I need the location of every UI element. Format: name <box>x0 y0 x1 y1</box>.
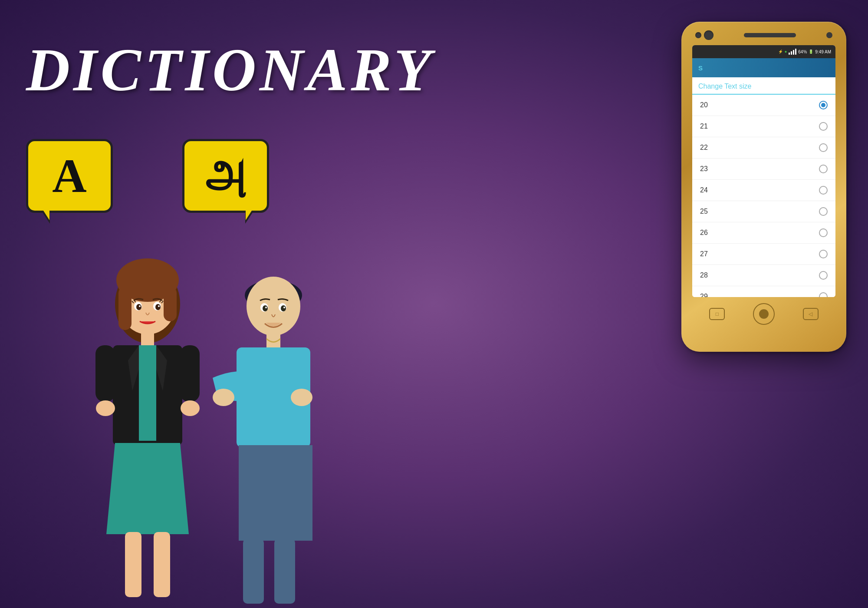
radio-circle-27[interactable] <box>819 250 828 258</box>
phone-screen: ⚡ ● 64% 🔋 9:49 AM S <box>692 45 835 297</box>
radio-list[interactable]: 20212223242526272829 <box>692 95 835 297</box>
svg-point-8 <box>155 304 161 310</box>
svg-point-30 <box>283 307 285 308</box>
radio-label-27: 27 <box>700 250 708 258</box>
svg-point-29 <box>265 307 267 308</box>
dialog-title-bar: Change Text size <box>692 77 835 95</box>
camera-area <box>695 30 713 40</box>
header-letter: S <box>698 64 703 72</box>
svg-rect-35 <box>239 445 312 541</box>
radio-item-21[interactable]: 21 <box>692 116 835 137</box>
radio-circle-26[interactable] <box>819 228 828 237</box>
svg-rect-17 <box>180 345 200 402</box>
radio-item-22[interactable]: 22 <box>692 137 835 159</box>
radio-item-23[interactable]: 23 <box>692 159 835 180</box>
phone-top-bar <box>687 27 841 43</box>
svg-point-19 <box>181 400 200 416</box>
dialog-title: Change Text size <box>698 83 829 90</box>
svg-point-18 <box>96 400 115 416</box>
active-indicator: ● <box>785 50 787 54</box>
radio-label-23: 23 <box>700 165 708 173</box>
back-button[interactable]: ◁ <box>803 308 819 320</box>
radio-circle-20[interactable] <box>819 101 828 109</box>
svg-rect-37 <box>274 539 295 604</box>
home-button[interactable] <box>753 303 775 325</box>
phone-device: ⚡ ● 64% 🔋 9:49 AM S <box>681 22 846 352</box>
app-title: DICTIONARY <box>26 35 434 105</box>
front-camera <box>826 32 832 38</box>
status-bar: ⚡ ● 64% 🔋 9:49 AM <box>692 45 835 58</box>
svg-rect-16 <box>95 345 115 402</box>
back-icon: ◁ <box>809 311 812 317</box>
radio-circle-22[interactable] <box>819 143 828 152</box>
radio-item-20[interactable]: 20 <box>692 95 835 116</box>
radio-circle-24[interactable] <box>819 186 828 195</box>
svg-marker-20 <box>106 443 189 534</box>
radio-label-26: 26 <box>700 229 708 237</box>
svg-point-10 <box>158 305 160 307</box>
radio-circle-21[interactable] <box>819 122 828 131</box>
radio-label-29: 29 <box>700 293 708 297</box>
app-header: S <box>692 58 835 77</box>
signal-strength <box>789 49 796 55</box>
svg-point-33 <box>213 389 234 406</box>
radio-item-26[interactable]: 26 <box>692 222 835 244</box>
svg-rect-36 <box>243 539 264 604</box>
camera-lens <box>704 30 713 40</box>
radio-item-29[interactable]: 29 <box>692 286 835 297</box>
radio-label-20: 20 <box>700 101 708 109</box>
phone-body: ⚡ ● 64% 🔋 9:49 AM S <box>681 22 846 352</box>
battery-icon: 🔋 <box>809 50 813 54</box>
svg-point-7 <box>136 304 141 310</box>
speaker <box>744 33 796 37</box>
radio-circle-29[interactable] <box>819 292 828 297</box>
camera-dot-small <box>695 32 701 38</box>
radio-item-27[interactable]: 27 <box>692 244 835 265</box>
svg-rect-22 <box>154 532 170 597</box>
radio-label-22: 22 <box>700 144 708 152</box>
radio-item-24[interactable]: 24 <box>692 180 835 201</box>
bubble-right-letter: அ <box>206 151 246 202</box>
svg-rect-3 <box>118 287 132 330</box>
radio-circle-28[interactable] <box>819 271 828 280</box>
svg-rect-11 <box>141 330 154 347</box>
recent-icon: □ <box>716 311 719 317</box>
radio-label-21: 21 <box>700 122 708 130</box>
clock: 9:49 AM <box>815 50 831 54</box>
svg-rect-13 <box>139 345 156 441</box>
svg-point-34 <box>291 389 312 406</box>
svg-point-28 <box>281 305 286 311</box>
radio-label-25: 25 <box>700 208 708 215</box>
home-icon <box>759 309 769 319</box>
radio-item-28[interactable]: 28 <box>692 265 835 286</box>
radio-item-25[interactable]: 25 <box>692 201 835 222</box>
svg-rect-4 <box>164 287 177 321</box>
radio-circle-25[interactable] <box>819 207 828 216</box>
radio-label-24: 24 <box>700 186 708 194</box>
phone-nav-bar: □ ◁ <box>687 299 841 329</box>
svg-point-9 <box>139 305 141 307</box>
characters-illustration <box>61 195 365 608</box>
svg-point-27 <box>263 305 268 311</box>
svg-rect-21 <box>125 532 141 597</box>
status-icons: ⚡ ● 64% 🔋 9:49 AM <box>778 49 831 55</box>
radio-label-28: 28 <box>700 271 708 279</box>
recent-apps-button[interactable]: □ <box>709 308 725 320</box>
radio-circle-23[interactable] <box>819 165 828 173</box>
dialog-container: Change Text size 20212223242526272829 Ca… <box>692 77 835 297</box>
scene-area: DICTIONARY A அ <box>0 0 608 608</box>
battery-level: 64% <box>798 50 807 54</box>
usb-icon: ⚡ <box>778 50 783 54</box>
